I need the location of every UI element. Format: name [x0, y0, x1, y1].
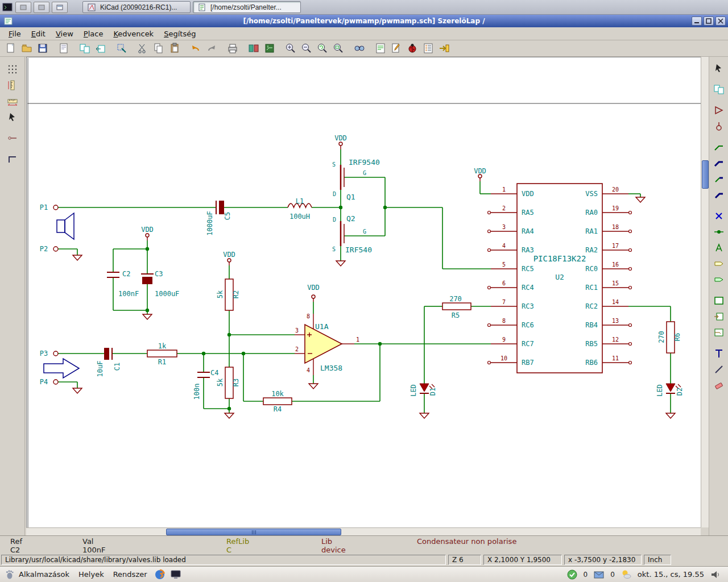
- component-p4[interactable]: P4: [40, 378, 58, 386]
- c3-ref-label[interactable]: C3: [155, 270, 163, 278]
- p4-ref-label[interactable]: P4: [40, 378, 48, 386]
- clock-applet[interactable]: okt. 15., cs, 19.55: [638, 570, 704, 579]
- save-schematic-button[interactable]: [35, 41, 50, 56]
- component-r3[interactable]: 5k R3: [216, 367, 240, 398]
- zoom-fit-button[interactable]: [331, 41, 346, 56]
- grid-toggle-button[interactable]: [5, 62, 20, 77]
- hv-orientation-button[interactable]: [5, 152, 20, 167]
- paste-button[interactable]: [167, 41, 182, 56]
- redo-button[interactable]: [204, 41, 219, 56]
- maximize-button[interactable]: [704, 16, 714, 26]
- menu-edit[interactable]: Edit: [26, 28, 51, 39]
- page-settings-button[interactable]: [56, 41, 71, 56]
- component-q1[interactable]: IRF9540 Q1 S G D: [332, 158, 380, 201]
- vdd-label[interactable]: VDD: [334, 134, 347, 142]
- zoom-in-button[interactable]: [283, 41, 298, 56]
- u2-val-label[interactable]: PIC18F13K22: [533, 254, 586, 263]
- vertical-scrollbar[interactable]: [701, 57, 709, 527]
- component-u1a[interactable]: 3 2 1 8 4 U1A LM358: [295, 313, 359, 375]
- annotate-button[interactable]: [389, 41, 404, 56]
- menu-favourites[interactable]: Kedvencek: [108, 28, 159, 39]
- cursor-shape-button[interactable]: [5, 110, 20, 124]
- erc-button[interactable]: [405, 41, 420, 56]
- speaker-drawing[interactable]: [57, 213, 74, 239]
- minimize-button[interactable]: [692, 16, 702, 26]
- r3-ref-label[interactable]: R3: [232, 379, 240, 386]
- run-pcbnew-button[interactable]: [262, 41, 277, 56]
- bus-to-bus-entry-button[interactable]: [712, 188, 726, 202]
- place-wire-button[interactable]: [712, 140, 726, 155]
- l1-ref-label[interactable]: L1: [296, 197, 304, 205]
- hidden-pins-button[interactable]: [5, 131, 20, 146]
- vdd-label[interactable]: VDD: [474, 167, 486, 175]
- weather-applet-icon[interactable]: [620, 568, 632, 581]
- component-p3[interactable]: P3: [40, 350, 58, 357]
- units-inch-button[interactable]: [5, 78, 20, 93]
- wire-to-bus-entry-button[interactable]: [712, 172, 726, 186]
- component-u2[interactable]: PIC18F13K22 U2: [488, 184, 632, 373]
- q1-ref-label[interactable]: Q1: [346, 193, 355, 201]
- c5-ref-label[interactable]: C5: [224, 212, 231, 220]
- component-c3[interactable]: C3 1000uF: [141, 270, 179, 298]
- zoom-out-button[interactable]: [299, 41, 314, 56]
- vertical-scrollbar-thumb[interactable]: [702, 160, 709, 189]
- cursor-tool-button[interactable]: [712, 61, 726, 76]
- component-q2[interactable]: Q2 IRF540 D G S: [332, 214, 372, 254]
- zoom-redraw-button[interactable]: [315, 41, 330, 56]
- mail-applet-icon[interactable]: [593, 568, 605, 581]
- component-p2[interactable]: P2: [40, 245, 58, 253]
- place-sheet-button[interactable]: [712, 293, 726, 308]
- c1-val-label[interactable]: 10uF: [96, 361, 104, 377]
- r6-ref-label[interactable]: R6: [673, 333, 681, 341]
- applications-menu[interactable]: Alkalmazások: [0, 567, 74, 582]
- volume-applet-icon[interactable]: [709, 568, 722, 581]
- terminal-launcher-icon[interactable]: [2, 2, 13, 13]
- component-c2[interactable]: C2 100nF: [107, 270, 139, 298]
- q2-val-label[interactable]: IRF540: [345, 246, 372, 254]
- component-r5[interactable]: 270 R5: [442, 295, 471, 319]
- l1-val-label[interactable]: 100uH: [289, 213, 310, 221]
- undo-button[interactable]: [188, 41, 203, 56]
- leave-sheet-button[interactable]: [93, 41, 108, 56]
- menu-place[interactable]: Place: [78, 28, 109, 39]
- print-button[interactable]: [225, 41, 240, 56]
- q1-val-label[interactable]: IRF9540: [349, 158, 380, 167]
- cut-button[interactable]: [135, 41, 150, 56]
- r1-val-label[interactable]: 1k: [158, 342, 167, 350]
- component-r6[interactable]: 270 R6: [657, 322, 681, 353]
- r6-val-label[interactable]: 270: [657, 331, 665, 343]
- import-sheet-pin-button[interactable]: [712, 309, 726, 324]
- system-menu[interactable]: Rendszer: [109, 567, 152, 582]
- r4-val-label[interactable]: 10k: [271, 390, 284, 398]
- c1-ref-label[interactable]: C1: [113, 363, 121, 371]
- horizontal-scrollbar-thumb[interactable]: [166, 529, 341, 535]
- r4-ref-label[interactable]: R4: [274, 405, 282, 413]
- c3-val-label[interactable]: 1000uF: [155, 290, 179, 298]
- netlist-button[interactable]: [373, 41, 388, 56]
- place-text-button[interactable]: [712, 346, 726, 361]
- r3-val-label[interactable]: 5k: [216, 378, 224, 386]
- place-sheet-pin-button[interactable]: [712, 325, 726, 340]
- window-button-1[interactable]: [15, 2, 31, 13]
- c4-val-label[interactable]: 100n: [193, 384, 201, 400]
- backannotate-button[interactable]: [437, 41, 452, 56]
- p2-ref-label[interactable]: P2: [40, 245, 48, 253]
- open-schematic-button[interactable]: [19, 41, 34, 56]
- place-junction-button[interactable]: [712, 225, 726, 239]
- close-button[interactable]: [715, 16, 726, 26]
- u2-ref-label[interactable]: U2: [555, 273, 564, 281]
- p3-ref-label[interactable]: P3: [40, 350, 48, 357]
- place-component-button[interactable]: [712, 103, 726, 118]
- place-power-button[interactable]: [712, 119, 726, 134]
- p1-ref-label[interactable]: P1: [40, 203, 48, 211]
- hierarchical-label-button[interactable]: [712, 272, 726, 287]
- place-line-button[interactable]: [712, 362, 726, 377]
- q2-ref-label[interactable]: Q2: [346, 214, 355, 223]
- new-schematic-button[interactable]: [3, 41, 18, 56]
- taskbar-button-kicad[interactable]: KiCad (20090216-RC1)...: [82, 1, 191, 13]
- c4-ref-label[interactable]: C4: [210, 369, 218, 377]
- places-menu[interactable]: Helyek: [74, 567, 109, 582]
- hierarchy-navigator-button[interactable]: [77, 41, 92, 56]
- d1-ref-label[interactable]: D1: [429, 388, 437, 396]
- net-label-button[interactable]: [712, 240, 726, 255]
